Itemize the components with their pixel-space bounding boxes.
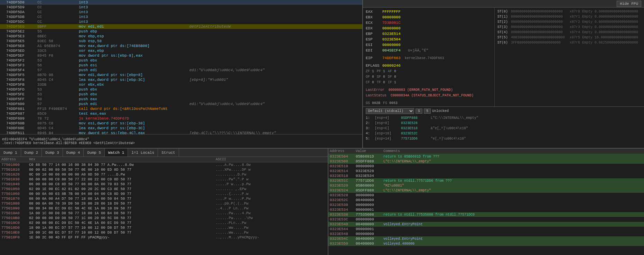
call-stack-row[interactable]: 2:[esp+8]0323E528 [366,121,641,126]
hex-row[interactable]: 7750104006 00 08 00 C8 8D 50 77 08 00 0A… [0,182,328,187]
disasm-row[interactable]: 74DDF60E8D45 C4lea eax,dword ptr ss:[ebp… [0,126,362,131]
hex-row[interactable]: 775010F01E 00 2C 00 4D FF EF FF FF yPACM… [0,235,328,240]
stack-row[interactable]: 0323E5180323E534 [328,173,644,178]
call-stack-count-input[interactable] [424,108,431,114]
hex-row[interactable]: 7750103006 00 08 00 C0 80 50 77 22 00 22… [0,177,328,182]
disasm-row[interactable]: 74DDF60785C0test eax,eax [0,111,362,116]
disasm-row[interactable]: 74DDF5E583EC 58sub esp,58 [0,39,362,44]
stack-row[interactable]: 0323E54400000001 [328,227,644,232]
stack-row[interactable]: 0323E53877535608return to ntdll.77535608… [328,212,644,217]
hex-row[interactable]: 77501000C0 88 50 77 14 00 16 00 38 84 30… [0,162,328,167]
disasm-row[interactable]: 74DDF5F58B7D 08mov edi,dword ptr ss:[ebp… [0,73,362,77]
reg-ebp-val[interactable]: 0323E514 [382,32,401,36]
stack-row[interactable]: 0323E54C00400000volleyed.EntryPoint [328,236,644,241]
stack-row[interactable]: 0323E52405DFF888L"C:\\INTERNAL\\_empty" [328,188,644,193]
hex-row[interactable]: 7750105002 00 1E 00 EC 82 81 82 00 20 2C… [0,187,328,191]
hex-row[interactable]: 775010A01A 00 1C 00 D0 D8 50 77 18 00 1A… [0,211,328,216]
fpu-reg-val[interactable]: 0000000000000000000000000 [511,10,566,13]
disasm-row[interactable]: 74DDF5FE53push ebx [0,92,362,97]
disasm-row[interactable]: 74DDF5D9CCint3 [0,5,362,10]
stack-row[interactable]: 0323E54800000000 [328,232,644,236]
tab-item-struct[interactable]: Struct [158,149,179,157]
disasm-row[interactable]: 74DDF5F457push ediedi:"U\u00abj\u00c4,\u… [0,68,362,73]
fpu-reg-val[interactable]: 0000000000000000000000000 [511,25,566,29]
reg-esi-val[interactable]: 00000000 [382,43,401,47]
reg-edx-val[interactable]: 00000000 [382,26,401,30]
tab-item-dump2[interactable]: Dump 2 [21,149,42,157]
call-stack-mode-select[interactable]: Default (stdcall) [366,108,414,114]
fpu-reg-val[interactable]: 0000000000000000000000000 [511,30,566,34]
reg-eax-val[interactable]: FFFFFFFF [382,10,401,14]
reg-eflags-val[interactable]: 00000246 [382,64,401,68]
disasm-row[interactable]: 74DDF5EF8945 F8mov dword ptr ss:[ebp-8],… [0,53,362,58]
hex-row[interactable]: 775010E018 00 1C 00 EC D7 57 77 10 00 12… [0,230,328,235]
disasm-row[interactable]: 74DDF5E8A1 05EB874mov eax,dword ptr ds:[… [0,44,362,48]
stack-row[interactable]: 0323E5140323E528 [328,169,644,173]
disasm-scroll[interactable]: 74DDF5D8CCint3 74DDF5D9CCint3 74DDF5DACC… [0,0,362,134]
disasm-row[interactable]: 74DDF60057push ediedi:"U\u00abj\u00c4,\u… [0,102,362,106]
disasm-row[interactable]: 74DDF60B8875 C8mov esi,dword ptr ss:[ebp… [0,121,362,126]
disasm-row[interactable]: 74DDF5D8CCint3 [0,0,362,5]
disasm-row[interactable]: 74DDF5DACCint3 [0,10,362,15]
tab-item-dump1[interactable]: Dump 1 [0,149,21,157]
stack-row[interactable]: 0323E53400000001 [328,207,644,212]
fpu-reg-val[interactable]: 0000000000000000000000000 [511,15,566,19]
stack-row[interactable]: 0323E55000400000volleyed.400000 [328,241,644,246]
stack-row[interactable]: 0323E51C77571DD6return to ntdll.77571DD6… [328,178,644,183]
hex-row[interactable]: 775010B002 00 08 00 D0 D8 50 77 1C 00 20… [0,216,328,220]
stack-row[interactable]: 0323E50405B6691Dreturn to 05B6691D from … [328,154,644,159]
hide-fpu-button[interactable]: Hide FPU [617,1,641,7]
call-stack-row[interactable]: 1:[esp+4]0SDFF888L"C:\\INTERNAL\\_empty" [366,115,641,121]
disasm-row[interactable]: 74DDF5FF50push eax [0,97,362,102]
tab-item-watch1[interactable]: Watch 1 [105,149,128,157]
hex-row[interactable]: 775010C002 00 08 00 EC D9 EC 50 4C 6E 1A… [0,220,328,225]
fpu-reg-val[interactable]: 3FFB80000000000000000000 [511,41,566,45]
reg-ebx-val[interactable]: 00000000 [382,15,401,19]
hex-row[interactable]: 775010200C 00 10 00 00 00 00 00 A0 8D 50… [0,172,328,177]
disasm-row[interactable]: 74DDF5F253push ebx [0,58,362,63]
hex-row[interactable]: 7750101000 00 02 00 80 58 50 77 0E 00 10… [0,167,328,172]
tab-item-dump5[interactable]: Dump 5 [84,149,105,157]
stack-scroll[interactable]: 0323E50405B6691Dreturn to 05B6691D from … [328,154,644,255]
tab-item-dump3[interactable]: Dump 3 [42,149,63,157]
tab-item-l=llocals[interactable]: l=l Locals [128,149,158,157]
disasm-row[interactable]: 74DDF6118945 B4mov dword ptr ss:[ebp-4C]… [0,131,362,134]
disasm-row[interactable]: 74DDF5FD53push ebx [0,87,362,92]
hex-row[interactable]: 7750108008 00 0A 00 70 39 D9 50 28 00 28… [0,201,328,206]
stack-row[interactable]: 0323E52005B60000"MZ\u9001" [328,183,644,188]
fpu-reg-val[interactable]: 40038000000000000000000000 [511,36,566,39]
stack-row[interactable]: 0323E53C00000000 [328,217,644,222]
call-stack-row[interactable]: 5:[esp+14]77571DD6"e[_^]\u00c4\x10" [366,136,641,141]
hex-row[interactable]: 7750109000 00 34 00 EC D9 EC 50 4C 6E 1A… [0,206,328,211]
disasm-row[interactable]: 74DDF5E255push ebp [0,29,362,34]
reg-eip-val[interactable]: 74DDF663 [382,56,401,60]
call-stack-row[interactable]: 4:[esp+10]0323E52C [366,131,641,136]
disasm-row[interactable]: 74DDF5E38BECmov ebp,esp [0,34,362,39]
hex-scroll[interactable]: 77501000C0 88 50 77 14 00 16 00 38 84 30… [0,162,328,255]
reg-edi-val[interactable]: 004SECF4 [382,48,401,53]
stack-row[interactable]: 0323E51000000000 [328,164,644,169]
stack-row[interactable]: 0323E52C00400000 [328,198,644,202]
disasm-row[interactable]: 74DDF5E08BFFmov edi,ediGetFileAttributes… [0,24,362,29]
stack-row[interactable]: 0323E54000400000volleyed.EntryPoint [328,222,644,227]
hex-row[interactable]: 7750106000 00 0A 00 03 8B 7B 00 04 00 04… [0,191,328,196]
tab-item-dump4[interactable]: Dump 4 [63,149,84,157]
stack-row[interactable]: 0323E52800000000 [328,193,644,198]
stack-row[interactable]: 0323E53000000000 [328,202,644,207]
disasm-row[interactable]: 74DDF5F88D45 C4lea eax,dword ptr ss:[ebp… [0,77,362,82]
stack-row[interactable]: 0323E50805DFF888L"C:\\INTERNAL\\_empty" [328,159,644,164]
call-stack-s-input[interactable] [416,108,422,114]
disasm-row[interactable]: 74DDF5DBCCint3 [0,15,362,19]
reg-ecx-val[interactable]: 7D3B001C [382,21,401,25]
reg-esp-val[interactable]: 0323E504 [382,37,401,41]
disasm-row[interactable]: 74DDF601FF15 F490EB74call dword ptr ds:[… [0,106,362,111]
disasm-row[interactable]: 74DDF5F356push esi [0,63,362,68]
fpu-reg-val[interactable]: 0000000000000000000000000 [511,20,566,24]
hex-row[interactable]: 775010D018 00 1A 00 EC D7 57 77 10 00 12… [0,225,328,230]
disasm-row[interactable]: 74DDF5FB33DBxor ebx,ebx [0,82,362,87]
disasm-row[interactable]: 74DDF5ED33C5xor eax,ebp [0,48,362,53]
disasm-row[interactable]: 74DDF5DCCCint3 [0,19,362,24]
hex-row[interactable]: 7750107008 00 0A 00 A4 D7 50 77 18 00 1A… [0,196,328,201]
call-stack-row[interactable]: 3:[esp+C]0323E518&"e[_^]\u00c4\x10" [366,126,641,131]
disasm-row[interactable]: 74DDF60978 72js kernelbase.74DDF67D [0,116,362,121]
